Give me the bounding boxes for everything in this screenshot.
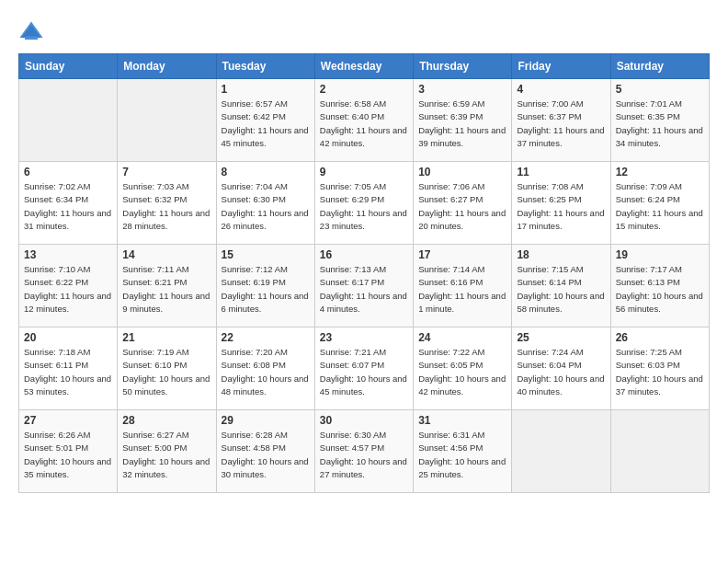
day-number: 23 — [320, 331, 408, 344]
day-number: 26 — [616, 331, 704, 344]
day-info: Sunrise: 7:02 AMSunset: 6:34 PMDaylight:… — [24, 180, 112, 233]
calendar-cell: 17 Sunrise: 7:14 AMSunset: 6:16 PMDaylig… — [414, 245, 512, 327]
calendar-cell: 29 Sunrise: 6:28 AMSunset: 4:58 PMDaylig… — [216, 410, 314, 493]
weekday-header: Friday — [512, 54, 610, 79]
day-info: Sunrise: 7:25 AMSunset: 6:03 PMDaylight:… — [616, 346, 704, 398]
day-number: 31 — [418, 414, 506, 427]
day-info: Sunrise: 7:04 AMSunset: 6:30 PMDaylight:… — [222, 180, 310, 233]
day-number: 25 — [517, 331, 605, 344]
calendar-cell: 26 Sunrise: 7:25 AMSunset: 6:03 PMDaylig… — [610, 327, 709, 410]
day-info: Sunrise: 6:26 AMSunset: 5:01 PMDaylight:… — [24, 429, 112, 481]
calendar-cell: 24 Sunrise: 7:22 AMSunset: 6:05 PMDaylig… — [414, 327, 512, 410]
logo-icon — [18, 18, 44, 44]
day-info: Sunrise: 7:22 AMSunset: 6:05 PMDaylight:… — [418, 346, 506, 398]
day-number: 2 — [320, 83, 408, 96]
day-info: Sunrise: 7:24 AMSunset: 6:04 PMDaylight:… — [517, 346, 605, 398]
weekday-header: Wednesday — [314, 54, 413, 79]
day-info: Sunrise: 7:00 AMSunset: 6:37 PMDaylight:… — [517, 98, 605, 150]
day-number: 5 — [616, 83, 704, 96]
calendar-week-row: 27 Sunrise: 6:26 AMSunset: 5:01 PMDaylig… — [19, 410, 710, 493]
calendar-cell: 18 Sunrise: 7:15 AMSunset: 6:14 PMDaylig… — [512, 245, 610, 327]
day-number: 17 — [418, 248, 506, 261]
calendar-cell: 9 Sunrise: 7:05 AMSunset: 6:29 PMDayligh… — [314, 162, 413, 245]
calendar-cell: 19 Sunrise: 7:17 AMSunset: 6:13 PMDaylig… — [610, 245, 709, 327]
calendar-cell: 5 Sunrise: 7:01 AMSunset: 6:35 PMDayligh… — [610, 79, 709, 162]
day-info: Sunrise: 6:58 AMSunset: 6:40 PMDaylight:… — [320, 98, 408, 150]
day-info: Sunrise: 7:03 AMSunset: 6:32 PMDaylight:… — [122, 180, 210, 233]
calendar-week-row: 1 Sunrise: 6:57 AMSunset: 6:42 PMDayligh… — [19, 79, 710, 162]
day-number: 24 — [418, 331, 506, 344]
day-info: Sunrise: 7:01 AMSunset: 6:35 PMDaylight:… — [616, 98, 704, 150]
day-info: Sunrise: 6:28 AMSunset: 4:58 PMDaylight:… — [222, 429, 310, 481]
day-number: 30 — [320, 414, 408, 427]
calendar-cell: 15 Sunrise: 7:12 AMSunset: 6:19 PMDaylig… — [216, 245, 314, 327]
day-info: Sunrise: 7:21 AMSunset: 6:07 PMDaylight:… — [320, 346, 408, 398]
calendar-cell: 22 Sunrise: 7:20 AMSunset: 6:08 PMDaylig… — [216, 327, 314, 410]
day-number: 12 — [616, 166, 704, 178]
day-info: Sunrise: 6:27 AMSunset: 5:00 PMDaylight:… — [122, 429, 210, 481]
weekday-header: Tuesday — [216, 54, 314, 79]
day-info: Sunrise: 6:57 AMSunset: 6:42 PMDaylight:… — [222, 98, 310, 150]
calendar-cell: 28 Sunrise: 6:27 AMSunset: 5:00 PMDaylig… — [118, 410, 216, 493]
day-number: 1 — [222, 83, 310, 96]
day-info: Sunrise: 7:18 AMSunset: 6:11 PMDaylight:… — [24, 346, 112, 398]
calendar-cell: 7 Sunrise: 7:03 AMSunset: 6:32 PMDayligh… — [118, 162, 216, 245]
page-header — [18, 18, 710, 44]
calendar-cell: 14 Sunrise: 7:11 AMSunset: 6:21 PMDaylig… — [118, 245, 216, 327]
calendar-cell: 23 Sunrise: 7:21 AMSunset: 6:07 PMDaylig… — [314, 327, 413, 410]
day-number: 22 — [222, 331, 310, 344]
day-info: Sunrise: 7:05 AMSunset: 6:29 PMDaylight:… — [320, 180, 408, 233]
day-number: 6 — [24, 166, 112, 178]
weekday-header-row: SundayMondayTuesdayWednesdayThursdayFrid… — [19, 54, 710, 79]
calendar-week-row: 6 Sunrise: 7:02 AMSunset: 6:34 PMDayligh… — [19, 162, 710, 245]
day-info: Sunrise: 7:15 AMSunset: 6:14 PMDaylight:… — [517, 263, 605, 316]
calendar-cell: 25 Sunrise: 7:24 AMSunset: 6:04 PMDaylig… — [512, 327, 610, 410]
calendar-cell: 13 Sunrise: 7:10 AMSunset: 6:22 PMDaylig… — [19, 245, 118, 327]
calendar-week-row: 20 Sunrise: 7:18 AMSunset: 6:11 PMDaylig… — [19, 327, 710, 410]
day-info: Sunrise: 7:10 AMSunset: 6:22 PMDaylight:… — [24, 263, 112, 316]
day-number: 4 — [517, 83, 605, 96]
weekday-header: Thursday — [414, 54, 512, 79]
calendar-cell: 8 Sunrise: 7:04 AMSunset: 6:30 PMDayligh… — [216, 162, 314, 245]
calendar-cell: 6 Sunrise: 7:02 AMSunset: 6:34 PMDayligh… — [19, 162, 118, 245]
day-info: Sunrise: 7:20 AMSunset: 6:08 PMDaylight:… — [222, 346, 310, 398]
day-info: Sunrise: 7:17 AMSunset: 6:13 PMDaylight:… — [616, 263, 704, 316]
day-number: 15 — [222, 248, 310, 261]
calendar-cell: 12 Sunrise: 7:09 AMSunset: 6:24 PMDaylig… — [610, 162, 709, 245]
svg-rect-2 — [25, 37, 38, 40]
day-number: 3 — [418, 83, 506, 96]
day-number: 27 — [24, 414, 112, 427]
weekday-header: Monday — [118, 54, 216, 79]
day-number: 21 — [122, 331, 210, 344]
calendar-cell: 27 Sunrise: 6:26 AMSunset: 5:01 PMDaylig… — [19, 410, 118, 493]
day-info: Sunrise: 7:14 AMSunset: 6:16 PMDaylight:… — [418, 263, 506, 316]
calendar-cell: 3 Sunrise: 6:59 AMSunset: 6:39 PMDayligh… — [414, 79, 512, 162]
logo — [18, 18, 48, 44]
calendar-cell: 31 Sunrise: 6:31 AMSunset: 4:56 PMDaylig… — [414, 410, 512, 493]
day-number: 18 — [517, 248, 605, 261]
day-number: 14 — [122, 248, 210, 261]
calendar-week-row: 13 Sunrise: 7:10 AMSunset: 6:22 PMDaylig… — [19, 245, 710, 327]
day-info: Sunrise: 7:19 AMSunset: 6:10 PMDaylight:… — [122, 346, 210, 398]
day-number: 20 — [24, 331, 112, 344]
day-number: 29 — [222, 414, 310, 427]
day-info: Sunrise: 7:11 AMSunset: 6:21 PMDaylight:… — [122, 263, 210, 316]
calendar-cell — [118, 79, 216, 162]
day-number: 11 — [517, 166, 605, 178]
day-info: Sunrise: 7:09 AMSunset: 6:24 PMDaylight:… — [616, 180, 704, 233]
calendar-cell: 10 Sunrise: 7:06 AMSunset: 6:27 PMDaylig… — [414, 162, 512, 245]
calendar-cell — [19, 79, 118, 162]
calendar-cell: 2 Sunrise: 6:58 AMSunset: 6:40 PMDayligh… — [314, 79, 413, 162]
day-info: Sunrise: 7:08 AMSunset: 6:25 PMDaylight:… — [517, 180, 605, 233]
day-info: Sunrise: 7:13 AMSunset: 6:17 PMDaylight:… — [320, 263, 408, 316]
calendar-cell: 20 Sunrise: 7:18 AMSunset: 6:11 PMDaylig… — [19, 327, 118, 410]
calendar-cell: 1 Sunrise: 6:57 AMSunset: 6:42 PMDayligh… — [216, 79, 314, 162]
day-number: 28 — [122, 414, 210, 427]
day-number: 13 — [24, 248, 112, 261]
day-number: 8 — [222, 166, 310, 178]
weekday-header: Saturday — [610, 54, 709, 79]
day-number: 9 — [320, 166, 408, 178]
calendar-cell: 4 Sunrise: 7:00 AMSunset: 6:37 PMDayligh… — [512, 79, 610, 162]
calendar-table: SundayMondayTuesdayWednesdayThursdayFrid… — [18, 53, 710, 493]
calendar-cell — [512, 410, 610, 493]
